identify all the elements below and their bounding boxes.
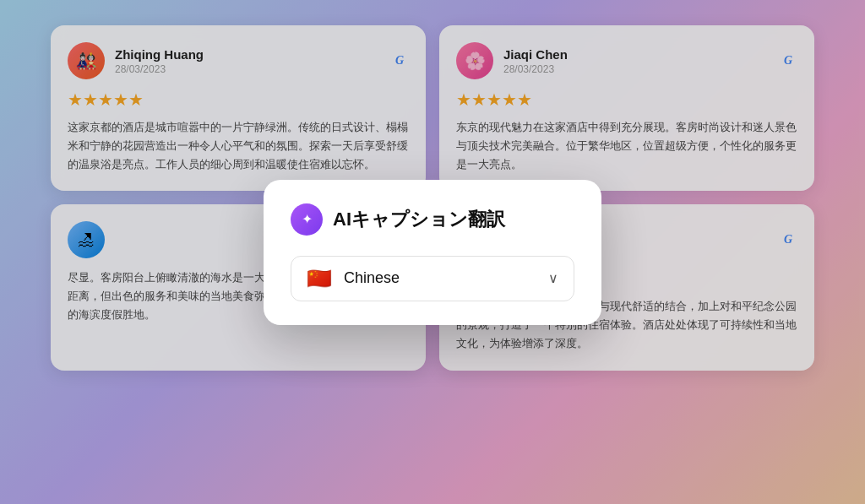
ai-icon: ✦ (291, 203, 323, 236)
language-selector[interactable]: 🇨🇳 Chinese ∨ (291, 256, 574, 301)
language-name: Chinese (344, 269, 536, 287)
flag-icon: 🇨🇳 (307, 268, 332, 289)
sparkle-icon: ✦ (302, 211, 313, 227)
language-modal: ✦ AIキャプション翻訳 🇨🇳 Chinese ∨ (264, 180, 601, 325)
chevron-down-icon: ∨ (548, 270, 558, 286)
modal-overlay: ✦ AIキャプション翻訳 🇨🇳 Chinese ∨ (0, 0, 865, 504)
modal-header: ✦ AIキャプション翻訳 (291, 203, 574, 236)
modal-title: AIキャプション翻訳 (333, 207, 505, 232)
